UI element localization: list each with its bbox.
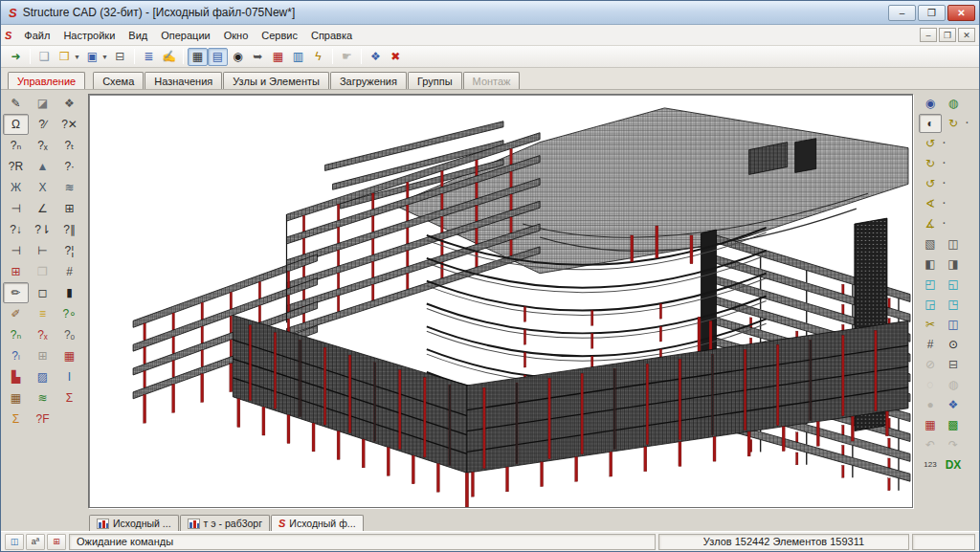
orbit-3d-button[interactable]: ◉	[919, 94, 942, 113]
element-info-button[interactable]: Ω	[3, 114, 29, 135]
red-grid-button[interactable]: ▦	[56, 345, 82, 366]
erase-button[interactable]: ◪	[30, 93, 56, 114]
node-grid-info-button[interactable]: ⊞	[47, 534, 66, 550]
color-elements-button[interactable]: ▨	[30, 366, 56, 387]
layer-stack-button[interactable]: ≡	[30, 303, 56, 324]
menu-item-0[interactable]: Файл	[17, 27, 56, 44]
rotate-angle-down-button[interactable]: ∡	[919, 214, 942, 233]
tab-4[interactable]: Загружения	[330, 72, 407, 89]
rotate-x-ccw-dropdown-icon[interactable]: ·	[943, 138, 946, 148]
join-node-left-button[interactable]: ⊣	[3, 240, 29, 261]
load-node-button[interactable]: ?↓	[3, 219, 29, 240]
cube-tool-button[interactable]: ◻	[30, 282, 56, 303]
trim-bars-button[interactable]: ⊣	[3, 198, 29, 219]
cube-front-view-button[interactable]: ◫	[942, 234, 965, 254]
mdi-minimize-button[interactable]: –	[920, 28, 937, 42]
draw-pencil-button[interactable]: ✎	[3, 93, 29, 114]
paint-elements-button[interactable]: ✐	[3, 303, 29, 324]
rotate-z-cw-button[interactable]: ↻	[919, 154, 942, 173]
window-settings-button[interactable]: ❖	[366, 48, 386, 66]
new-document-button[interactable]: ❑	[34, 48, 55, 66]
group-l-button[interactable]: ?ₗ	[3, 345, 29, 366]
table-input-button[interactable]: ▦	[268, 48, 288, 66]
dx-export-button[interactable]: DX	[942, 455, 965, 475]
fragment-window-button[interactable]: ◫	[942, 315, 965, 334]
rotate-view-button[interactable]: ◐	[919, 114, 942, 133]
menu-item-1[interactable]: Настройки	[56, 27, 122, 44]
sum-loads-button[interactable]: Σ	[3, 408, 29, 430]
edit-schema-button[interactable]: ✍	[159, 48, 179, 66]
rigidity-n-button[interactable]: ?ₙ	[3, 135, 29, 156]
load-temp-button[interactable]: ?¦	[56, 240, 82, 261]
mdi-close-button[interactable]: ✕	[958, 28, 975, 42]
model-frame-view-button[interactable]: ▤	[208, 48, 228, 66]
cube-top-view-button[interactable]: ◧	[919, 254, 942, 274]
rotate-z-ccw-button[interactable]: ↺	[919, 174, 942, 193]
group-o-button[interactable]: ?ₒ	[56, 324, 82, 345]
solid-brush-button[interactable]: ✏	[3, 282, 29, 303]
group-x-button[interactable]: ?ₓ	[30, 324, 56, 345]
rotate-x-cw-button[interactable]: ↻	[942, 114, 965, 133]
color-scale-button[interactable]: ▙	[3, 366, 29, 387]
fly-view-button[interactable]: ◍	[942, 94, 965, 113]
iso-view-3-button[interactable]: ◲	[919, 295, 942, 314]
merge-bars-button[interactable]: Ж	[3, 177, 29, 198]
document-tab-0[interactable]: Исходный ...	[89, 515, 179, 531]
red-mesh-toggle-button[interactable]: ▦	[919, 415, 942, 434]
node-delete-button[interactable]: ?✕	[56, 114, 82, 135]
restraints-button[interactable]: ?R	[3, 156, 29, 177]
iso-view-2-button[interactable]: ◱	[942, 275, 965, 294]
tab-3[interactable]: Узлы и Элементы	[223, 72, 329, 89]
print-button[interactable]: ⊟	[110, 48, 130, 66]
export-fragment-button[interactable]: ➥	[248, 48, 268, 66]
mdi-restore-button[interactable]: ❐	[939, 28, 956, 42]
project-tree-button[interactable]: ≣	[139, 48, 159, 66]
rotate-x-cw-dropdown-icon[interactable]: ·	[966, 118, 969, 128]
rotate-angle-up-dropdown-icon[interactable]: ·	[943, 198, 946, 209]
rigidity-t-button[interactable]: ?ₜ	[56, 135, 82, 156]
rod-type-button[interactable]: ?∕	[30, 114, 56, 135]
open-file-dropdown-icon[interactable]: ▼	[74, 54, 80, 60]
group-n-button[interactable]: ?ₙ	[3, 324, 29, 345]
join-node-right-button[interactable]: ⊢	[30, 240, 56, 261]
close-schema-button[interactable]: ✖	[386, 48, 406, 66]
sum-squares-button[interactable]: Σ	[56, 387, 82, 408]
menu-item-4[interactable]: Окно	[217, 27, 256, 44]
tab-1[interactable]: Схема	[93, 72, 144, 89]
node-mark-button[interactable]: ?∘	[56, 303, 82, 324]
drawing-canvas[interactable]	[88, 94, 913, 508]
save-file-button[interactable]: ▣	[82, 48, 102, 66]
iso-view-4-button[interactable]: ◳	[942, 295, 965, 314]
restore-button[interactable]: ❐	[918, 5, 946, 21]
color-layers-button[interactable]: ≋	[30, 387, 56, 408]
filter-elements-button[interactable]: ◫	[5, 534, 24, 550]
tab-5[interactable]: Группы	[408, 72, 462, 89]
rigidity-x-button[interactable]: ?ₓ	[30, 135, 56, 156]
cross-bars-button[interactable]: Х	[30, 177, 56, 198]
mesh-table-button[interactable]: ⊞	[56, 198, 82, 219]
force-f-button[interactable]: ?F	[30, 408, 56, 430]
supports-button[interactable]: ▲	[30, 156, 56, 177]
minimize-button[interactable]: –	[888, 5, 916, 21]
font-size-button[interactable]: aª	[26, 534, 45, 550]
volumetric-body-button[interactable]: ❖	[56, 93, 82, 114]
rotate-angle-up-button[interactable]: ∢	[919, 194, 942, 213]
cube-side-view-button[interactable]: ◨	[942, 254, 965, 274]
tab-2[interactable]: Назначения	[145, 72, 222, 89]
load-point-button[interactable]: ?⇂	[30, 219, 56, 240]
tab-upravlenie[interactable]: Управление	[8, 72, 85, 89]
close-button[interactable]: ✕	[947, 5, 975, 21]
group-cube-button[interactable]: ▦	[3, 387, 29, 408]
wire-cube-button[interactable]: ▧	[919, 234, 942, 254]
menu-item-6[interactable]: Справка	[304, 27, 359, 44]
document-tab-1[interactable]: т э - раб3орг	[180, 515, 270, 531]
print-view-button[interactable]: ⊟	[942, 355, 965, 374]
menu-item-3[interactable]: Операции	[154, 27, 216, 44]
steel-beam-button[interactable]: I	[56, 366, 82, 387]
project-exit-button[interactable]: ➜	[6, 48, 26, 66]
elastic-base-button[interactable]: ?∙	[56, 156, 82, 177]
fence-select-button[interactable]: #	[919, 335, 942, 354]
hash-grid-button[interactable]: #	[56, 261, 82, 282]
load-line-button[interactable]: ?∥	[56, 219, 82, 240]
refresh-view-button[interactable]: ❖	[942, 395, 965, 414]
